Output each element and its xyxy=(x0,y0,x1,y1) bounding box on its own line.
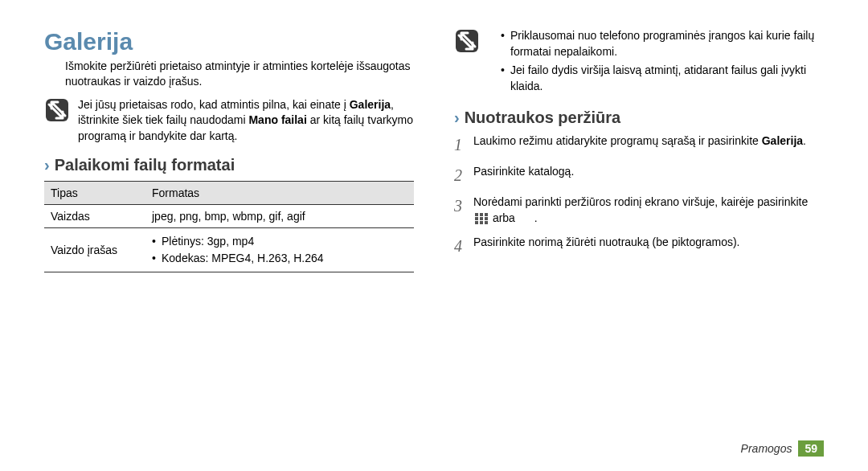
step-2: 2 Pasirinkite katalogą. xyxy=(454,164,824,186)
svg-rect-7 xyxy=(485,217,488,220)
section-photo-view: › Nuotraukos peržiūra xyxy=(454,109,824,127)
note-left-text: Jei jūsų prietaisas rodo, kad atmintis p… xyxy=(78,97,414,145)
svg-rect-3 xyxy=(480,213,483,216)
svg-rect-4 xyxy=(485,213,488,216)
formats-table: Tipas Formatas Vaizdas jpeg, png, bmp, w… xyxy=(44,181,414,272)
chevron-icon: › xyxy=(454,109,460,127)
table-row: Vaizdas jpeg, png, bmp, wbmp, gif, agif xyxy=(44,204,414,227)
step-3: 3 Norėdami parinkti peržiūros rodinį ekr… xyxy=(454,195,824,226)
footer: Pramogos 59 xyxy=(741,440,824,457)
step-4: 4 Pasirinkite norimą žiūrėti nuotrauką (… xyxy=(454,235,824,257)
step-number: 2 xyxy=(454,164,465,186)
svg-rect-6 xyxy=(480,217,483,220)
svg-rect-9 xyxy=(480,221,483,224)
svg-rect-10 xyxy=(485,221,488,224)
page-number: 59 xyxy=(798,440,824,457)
page-title: Galerija xyxy=(44,28,414,55)
note-icon xyxy=(44,97,70,123)
th-format: Formatas xyxy=(145,181,414,204)
note-icon xyxy=(454,28,480,54)
note-left: Jei jūsų prietaisas rodo, kad atmintis p… xyxy=(44,97,414,145)
svg-rect-5 xyxy=(475,217,478,220)
th-type: Tipas xyxy=(44,181,145,204)
steps-list: 1 Laukimo režimu atidarykite programų są… xyxy=(454,133,824,256)
table-row: Vaizdo įrašas Plėtinys: 3gp, mp4 Kodekas… xyxy=(44,227,414,272)
note-right: Priklausomai nuo telefono programinės įr… xyxy=(454,28,824,97)
step-1: 1 Laukimo režimu atidarykite programų są… xyxy=(454,133,824,156)
table-head-row: Tipas Formatas xyxy=(44,181,414,204)
chevron-icon: › xyxy=(44,156,50,174)
step-number: 1 xyxy=(454,133,465,156)
intro-text: Išmokite peržiūrėti prietaiso atmintyje … xyxy=(44,59,414,89)
svg-rect-2 xyxy=(475,213,478,216)
step-number: 4 xyxy=(454,235,465,257)
grid-view-icon xyxy=(475,213,488,224)
footer-section: Pramogos xyxy=(741,442,792,455)
svg-rect-8 xyxy=(475,221,478,224)
note-right-text: Priklausomai nuo telefono programinės įr… xyxy=(488,28,824,97)
section-supported-formats: › Palaikomi failų formatai xyxy=(44,156,414,174)
step-number: 3 xyxy=(454,195,465,217)
